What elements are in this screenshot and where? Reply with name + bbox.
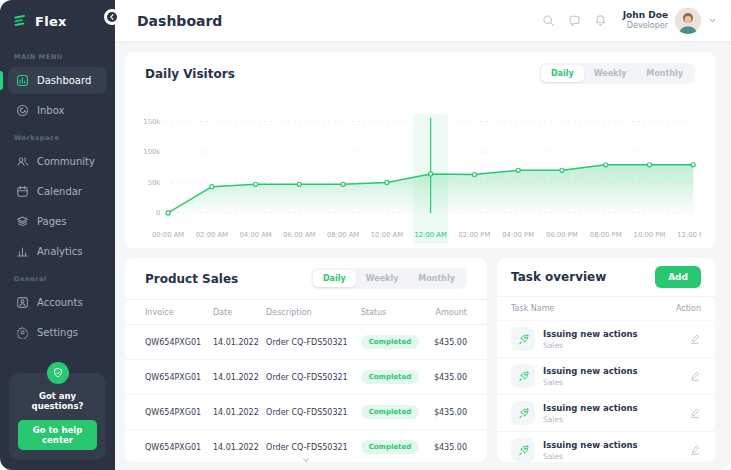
tab-monthly[interactable]: Monthly [408,270,465,287]
accounts-icon [16,296,29,309]
svg-text:50k: 50k [148,179,161,187]
task-name-column-label: Task Name [511,304,554,313]
table-row[interactable]: QW654PXG01 14.01.2022 Order CQ-FDS50321 … [125,359,487,394]
sales-table-header: InvoiceDateDescriptionStatusAmount [125,300,487,324]
svg-text:150k: 150k [143,118,160,126]
sidebar-section-label: MAIN MENU [14,53,101,61]
description-cell: Order CQ-FDS50321 [266,373,361,382]
help-center-button[interactable]: Go to help center [18,420,97,450]
table-row[interactable]: QW654PXG01 14.01.2022 Order CQ-FDS50321 … [125,324,487,359]
user-role: Developer [623,21,668,31]
sidebar-item-pages[interactable]: Pages [8,208,107,235]
sidebar-section-label: General [14,275,101,283]
sidebar-item-community[interactable]: Community [8,148,107,175]
sidebar-item-inbox[interactable]: Inbox [8,97,107,124]
rocket-icon [511,364,535,388]
svg-text:12:00 PM: 12:00 PM [677,231,701,239]
search-icon[interactable] [542,14,555,27]
svg-text:02:00 AM: 02:00 AM [196,231,228,239]
bottom-row: Product Sales Daily Weekly Monthly Invoi… [125,258,715,462]
task-overview-header: Task overview Add [497,258,715,297]
invoice-cell: QW654PXG01 [145,408,213,417]
description-cell: Order CQ-FDS50321 [266,338,361,347]
edit-icon[interactable] [689,444,701,456]
status-badge: Completed [361,335,420,349]
date-cell: 14.01.2022 [213,443,266,452]
sidebar-item-label: Calendar [37,186,82,197]
inbox-icon [16,104,29,117]
tab-daily[interactable]: Daily [541,65,584,82]
sidebar-item-label: Analytics [37,246,82,257]
invoice-cell: QW654PXG01 [145,373,213,382]
community-icon [16,155,29,168]
task-row[interactable]: Issuing new actions Sales [497,395,715,432]
sidebar-item-settings[interactable]: Settings [8,319,107,346]
sidebar-item-analytics[interactable]: Analytics [8,238,107,265]
flex-logo-icon [12,13,28,29]
task-row[interactable]: Issuing new actions Sales [497,358,715,395]
avatar[interactable] [675,8,701,34]
help-question: Got any questions? [18,391,97,411]
sidebar-item-calendar[interactable]: Calendar [8,178,107,205]
add-task-button[interactable]: Add [655,266,701,288]
chat-icon[interactable] [568,14,581,27]
table-row[interactable]: QW654PXG01 14.01.2022 Order CQ-FDS50321 … [125,394,487,429]
sidebar-section-label: Workspace [14,134,101,142]
daily-visitors-chart[interactable]: 150k100k50k000:00 AM02:00 AM04:00 AM06:0… [125,93,715,248]
sidebar-item-accounts[interactable]: Accounts [8,289,107,316]
task-action-column-label: Action [676,304,701,313]
status-badge: Completed [361,370,420,384]
edit-icon[interactable] [689,333,701,345]
pages-icon [16,215,29,228]
analytics-icon [16,245,29,258]
brand-name: Flex [35,14,67,29]
date-cell: 14.01.2022 [213,373,266,382]
shield-icon [47,362,69,384]
task-row[interactable]: Issuing new actions Sales [497,432,715,468]
edit-icon[interactable] [689,407,701,419]
task-overview-card: Task overview Add Task Name Action Issui… [497,258,715,462]
amount-cell: $435.00 [420,338,467,347]
brand-logo[interactable]: Flex [0,0,115,43]
rocket-icon [511,401,535,425]
user-menu[interactable]: John Doe Developer [623,8,717,34]
sidebar-item-dashboard[interactable]: Dashboard [8,67,107,94]
user-meta: John Doe Developer [623,10,668,31]
sidebar-item-label: Settings [37,327,78,338]
svg-text:100k: 100k [143,148,160,156]
app-window: Flex MAIN MENU Dashboard Inbox Workspace… [0,0,731,470]
date-cell: 14.01.2022 [213,338,266,347]
bell-icon[interactable] [594,14,607,27]
content: Daily Visitors Daily Weekly Monthly 150k… [115,42,731,470]
sidebar-item-label: Inbox [37,105,64,116]
page-title: Dashboard [137,13,222,29]
sidebar-nav: MAIN MENU Dashboard Inbox Workspace Comm… [0,43,115,373]
svg-text:06:00 PM: 06:00 PM [546,231,578,239]
task-row[interactable]: Issuing new actions Sales [497,321,715,358]
svg-text:10:00 AM: 10:00 AM [371,231,403,239]
calendar-icon [16,185,29,198]
task-subtitle: Sales [543,341,681,350]
column-header-status: Status [361,308,420,317]
daily-visitors-card: Daily Visitors Daily Weekly Monthly 150k… [125,52,715,248]
tab-weekly[interactable]: Weekly [356,270,409,287]
chevron-down-icon[interactable] [708,16,717,25]
description-cell: Order CQ-FDS50321 [266,408,361,417]
amount-cell: $435.00 [420,373,467,382]
sidebar-item-label: Accounts [37,297,83,308]
svg-text:04:00 PM: 04:00 PM [502,231,534,239]
topbar-actions: John Doe Developer [542,8,717,34]
sidebar-collapse-button[interactable] [104,9,120,25]
tab-daily[interactable]: Daily [313,270,356,287]
visitors-period-tabs: Daily Weekly Monthly [539,63,695,84]
daily-visitors-header: Daily Visitors Daily Weekly Monthly [125,52,715,93]
table-more-chevron-icon[interactable] [301,450,311,460]
svg-text:04:00 AM: 04:00 AM [239,231,271,239]
main-area: Dashboard John Doe Developer [115,0,731,470]
tab-weekly[interactable]: Weekly [584,65,637,82]
amount-cell: $435.00 [420,408,467,417]
sidebar: Flex MAIN MENU Dashboard Inbox Workspace… [0,0,115,470]
tab-monthly[interactable]: Monthly [636,65,693,82]
edit-icon[interactable] [689,370,701,382]
rocket-icon [511,327,535,351]
